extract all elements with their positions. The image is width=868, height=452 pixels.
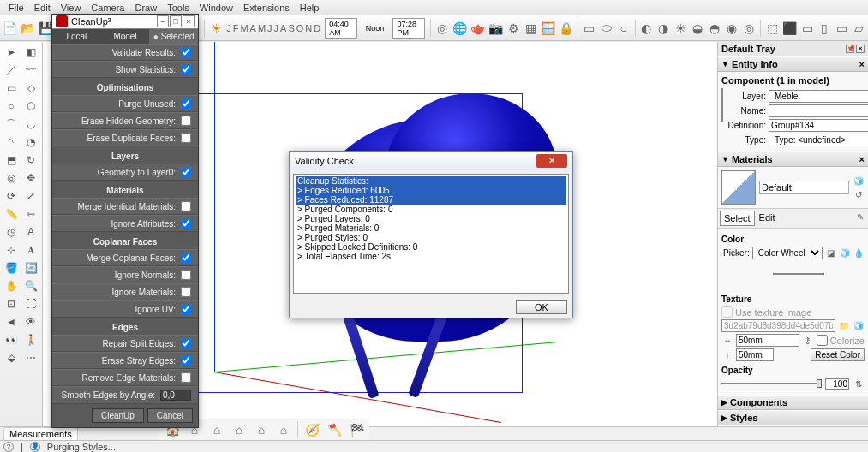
cube-icon[interactable]: ▭ bbox=[582, 18, 597, 39]
remove-edge-mat-check[interactable] bbox=[181, 372, 191, 383]
window-icon[interactable]: 🪟 bbox=[540, 18, 556, 39]
close-icon[interactable]: × bbox=[183, 15, 195, 27]
zoomwin-icon[interactable]: ⊡ bbox=[2, 295, 21, 312]
panel-styles[interactable]: ▶Styles bbox=[718, 410, 868, 425]
move-icon[interactable]: ✥ bbox=[21, 170, 40, 187]
ok-button[interactable]: OK bbox=[516, 300, 567, 314]
style3-icon[interactable]: ☀ bbox=[673, 18, 688, 39]
cleanup-button[interactable]: CleanUp bbox=[92, 408, 144, 423]
tape-icon[interactable]: 📏 bbox=[2, 205, 21, 223]
view-persp-icon[interactable]: ▱ bbox=[851, 18, 866, 39]
menu-window[interactable]: Window bbox=[195, 2, 238, 14]
swap-color-icon[interactable]: ◪ bbox=[825, 247, 836, 259]
style4-icon[interactable]: ◒ bbox=[690, 18, 705, 39]
panel-close-icon[interactable]: × bbox=[859, 154, 865, 164]
tray-pin-icon[interactable]: 📌 bbox=[846, 45, 854, 53]
menu-help[interactable]: Help bbox=[295, 2, 325, 14]
reset-color-button[interactable]: Reset Color bbox=[811, 348, 865, 361]
stats-line[interactable]: > Purged Layers: 0 bbox=[296, 214, 566, 223]
zoom-icon[interactable]: 🔍 bbox=[21, 277, 40, 294]
freehand-icon[interactable]: 〰 bbox=[21, 62, 40, 79]
minimize-icon[interactable]: – bbox=[157, 15, 169, 27]
stats-check[interactable] bbox=[181, 64, 191, 74]
create-material-icon[interactable]: 🧊 bbox=[853, 175, 865, 187]
menu-draw[interactable]: Draw bbox=[129, 2, 162, 14]
view-side-icon[interactable]: ▯ bbox=[817, 18, 832, 39]
compass-icon[interactable]: 🧭 bbox=[302, 419, 322, 440]
stats-line[interactable]: > Faces Reduced: 11287 bbox=[296, 195, 566, 205]
eyedropper-icon[interactable]: 💧 bbox=[853, 247, 865, 259]
pushpull-icon[interactable]: ⬒ bbox=[2, 152, 21, 169]
panel-components[interactable]: ▶Components bbox=[718, 395, 868, 410]
open-icon[interactable]: 📂 bbox=[20, 18, 36, 39]
layer0-check[interactable] bbox=[181, 167, 191, 177]
view-iso-icon[interactable]: ⬚ bbox=[764, 18, 780, 39]
definition-field[interactable] bbox=[769, 119, 868, 132]
arc-icon[interactable]: ⌒ bbox=[2, 116, 21, 133]
prev-icon[interactable]: ◄ bbox=[2, 313, 21, 330]
opacity-value[interactable] bbox=[825, 378, 849, 390]
grid-icon[interactable]: ▦ bbox=[523, 18, 538, 39]
layer-select[interactable]: Meble bbox=[769, 90, 868, 103]
stats-line[interactable]: > Purged Styles: 0 bbox=[296, 233, 566, 242]
cube-color-icon[interactable]: 🧊 bbox=[839, 247, 850, 259]
erase-stray-check[interactable] bbox=[181, 355, 191, 366]
repair-split-check[interactable] bbox=[181, 338, 191, 348]
stats-line[interactable]: > Skipped Locked Definitions: 0 bbox=[296, 242, 566, 252]
eraser-icon[interactable]: ◧ bbox=[21, 44, 40, 61]
current-material-swatch[interactable] bbox=[721, 170, 756, 205]
scale-icon[interactable]: ⤢ bbox=[21, 187, 40, 205]
smooth-angle-field[interactable] bbox=[160, 390, 191, 401]
section-icon[interactable]: ⬙ bbox=[2, 349, 21, 366]
name-field[interactable] bbox=[769, 104, 868, 117]
paint-icon[interactable]: 🪣 bbox=[2, 259, 21, 277]
cylinder-icon[interactable]: ⬭ bbox=[599, 18, 614, 39]
maximize-icon[interactable]: □ bbox=[170, 15, 182, 27]
flag-icon[interactable]: 🏁 bbox=[346, 419, 367, 440]
3dtext-icon[interactable]: 𝐀 bbox=[21, 241, 40, 259]
circle-tool-icon[interactable]: ◎ bbox=[434, 18, 450, 39]
sphere-icon[interactable]: ○ bbox=[616, 18, 632, 39]
default-material-icon[interactable]: ↺ bbox=[853, 188, 865, 200]
house3-icon[interactable]: ⌂ bbox=[207, 419, 227, 440]
time-end[interactable]: 07:28 PM bbox=[392, 18, 425, 39]
text-icon[interactable]: A bbox=[21, 223, 40, 241]
misc-icon[interactable]: ⋯ bbox=[21, 349, 40, 366]
picker-select[interactable]: Color Wheel bbox=[752, 247, 823, 259]
month-strip[interactable]: JFMAMJJASOND bbox=[225, 23, 321, 33]
tray-close-icon[interactable]: × bbox=[856, 45, 865, 53]
offset-icon[interactable]: ◎ bbox=[2, 170, 21, 187]
sun-icon[interactable]: ☀ bbox=[208, 18, 224, 39]
scope-local[interactable]: Local bbox=[52, 29, 101, 44]
scope-tabs[interactable]: Local Model Selected bbox=[52, 29, 198, 44]
time-start[interactable]: 04:40 AM bbox=[325, 18, 357, 39]
house4-icon[interactable]: ⌂ bbox=[229, 419, 249, 440]
menu-file[interactable]: File bbox=[3, 2, 29, 14]
style1-icon[interactable]: ◐ bbox=[638, 18, 654, 39]
view-back-icon[interactable]: ▭ bbox=[834, 18, 849, 39]
cancel-button[interactable]: Cancel bbox=[147, 408, 193, 423]
follow-icon[interactable]: ↻ bbox=[21, 152, 40, 169]
merge-mat-check[interactable] bbox=[181, 201, 191, 211]
protractor-icon[interactable]: ◷ bbox=[2, 223, 21, 241]
validity-body[interactable]: Cleanup Statistics: > Edges Reduced: 600… bbox=[293, 174, 569, 294]
axe-icon[interactable]: 🪓 bbox=[324, 419, 344, 440]
zoomext-icon[interactable]: ⛶ bbox=[21, 295, 40, 312]
circle-icon[interactable]: ○ bbox=[2, 98, 21, 115]
style7-icon[interactable]: ◎ bbox=[741, 18, 757, 39]
rect-icon[interactable]: ▭ bbox=[2, 80, 21, 97]
measurements-tab[interactable]: Measurements bbox=[3, 427, 78, 440]
panel-materials[interactable]: ▼Materials× bbox=[718, 152, 868, 167]
globe-icon[interactable]: 🌐 bbox=[452, 18, 468, 39]
pie-icon[interactable]: ◔ bbox=[21, 134, 40, 151]
type-select[interactable]: Type: <undefined> bbox=[769, 134, 868, 146]
material-swatch[interactable] bbox=[721, 88, 723, 122]
texture-cube-icon[interactable]: 🧊 bbox=[853, 320, 865, 332]
gear-icon[interactable]: ⚙ bbox=[506, 18, 521, 39]
stats-line[interactable]: > Edges Reduced: 6005 bbox=[296, 186, 566, 195]
axes-icon[interactable]: ⊹ bbox=[2, 241, 21, 259]
info-icon[interactable]: ? bbox=[3, 442, 14, 452]
browse-icon[interactable]: 📁 bbox=[838, 320, 850, 332]
ignore-attr-check[interactable] bbox=[181, 218, 191, 229]
teapot-icon[interactable]: 🫖 bbox=[470, 18, 486, 39]
